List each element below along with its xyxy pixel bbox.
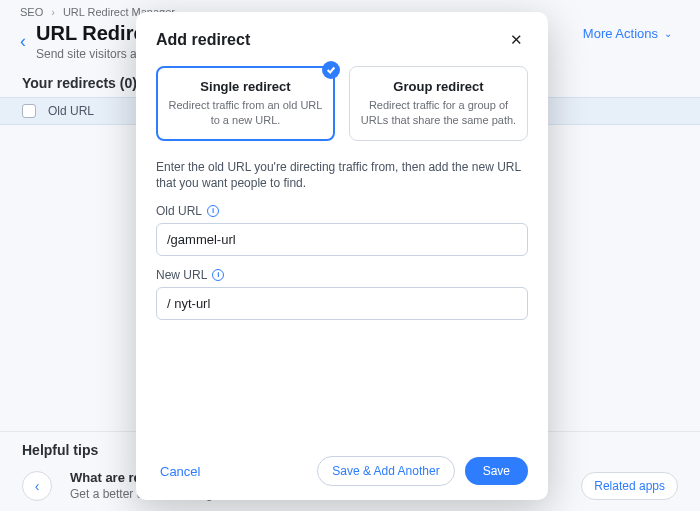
related-apps-button[interactable]: Related apps (581, 472, 678, 500)
chevron-down-icon: ⌄ (664, 28, 672, 39)
old-url-input[interactable] (156, 223, 528, 256)
save-add-another-button[interactable]: Save & Add Another (317, 456, 454, 486)
close-icon: ✕ (510, 31, 523, 49)
breadcrumb-parent[interactable]: SEO (20, 6, 43, 18)
add-redirect-modal: Add redirect ✕ Single redirect Redirect … (136, 12, 548, 500)
new-url-field: New URL i (156, 268, 528, 320)
info-icon[interactable]: i (207, 205, 219, 217)
type-card-group[interactable]: Group redirect Redirect traffic for a gr… (349, 66, 528, 141)
select-all-checkbox[interactable] (22, 104, 36, 118)
modal-title: Add redirect (156, 31, 250, 49)
close-button[interactable]: ✕ (504, 28, 528, 52)
old-url-label: Old URL (156, 204, 202, 218)
more-actions-button[interactable]: More Actions ⌄ (575, 22, 680, 45)
type-single-title: Single redirect (167, 79, 324, 94)
chevron-left-icon: ‹ (35, 478, 40, 494)
modal-footer: Cancel Save & Add Another Save (156, 456, 528, 486)
new-url-input[interactable] (156, 287, 528, 320)
info-icon[interactable]: i (212, 269, 224, 281)
type-group-title: Group redirect (360, 79, 517, 94)
helper-text: Enter the old URL you're directing traff… (156, 159, 528, 193)
cancel-button[interactable]: Cancel (156, 458, 204, 485)
chevron-right-icon: › (51, 6, 55, 18)
type-group-desc: Redirect traffic for a group of URLs tha… (360, 98, 517, 128)
selected-check-icon (322, 61, 340, 79)
new-url-label: New URL (156, 268, 207, 282)
save-button[interactable]: Save (465, 457, 528, 485)
more-actions-label: More Actions (583, 26, 658, 41)
redirect-type-selector: Single redirect Redirect traffic from an… (156, 66, 528, 141)
type-single-desc: Redirect traffic from an old URL to a ne… (167, 98, 324, 128)
page-root: SEO › URL Redirect Manager ‹ URL Redirec… (0, 0, 700, 511)
type-card-single[interactable]: Single redirect Redirect traffic from an… (156, 66, 335, 141)
column-old-url: Old URL (48, 104, 94, 118)
back-chevron-icon[interactable]: ‹ (20, 31, 26, 52)
tips-prev-button[interactable]: ‹ (22, 471, 52, 501)
old-url-field: Old URL i (156, 204, 528, 256)
